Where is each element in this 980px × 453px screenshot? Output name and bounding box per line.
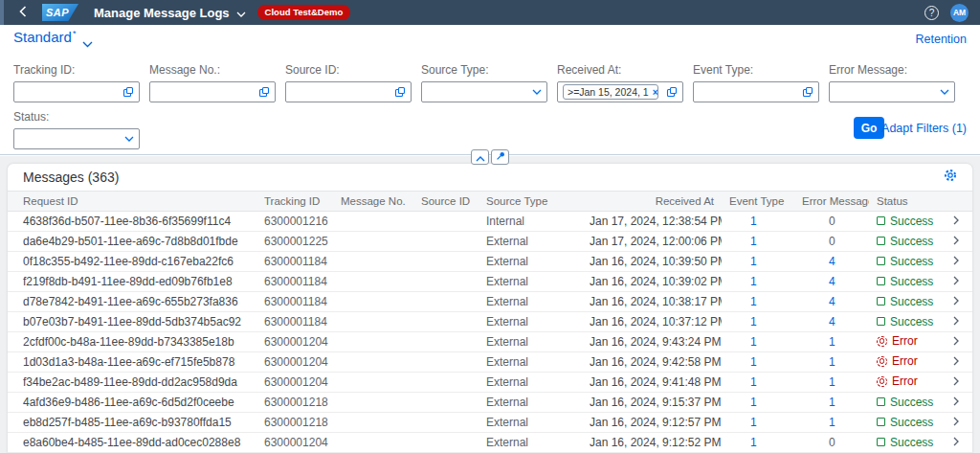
status-text: Success — [890, 215, 933, 228]
filter-input[interactable] — [149, 81, 276, 102]
table-row[interactable]: 2cfdf00c-b48a-11ee-89dd-b7343385e18b6300… — [8, 332, 972, 352]
row-chevron-icon[interactable] — [938, 235, 972, 248]
table-row[interactable]: e8a60be4-b485-11ee-89dd-ad0cec0288e86300… — [8, 433, 972, 453]
table-settings-button[interactable] — [944, 169, 957, 186]
event-type-link[interactable]: 1 — [750, 416, 757, 429]
column-header-request_id[interactable]: Request ID — [8, 195, 264, 207]
filter-input[interactable] — [13, 81, 140, 102]
error-message-link[interactable]: 4 — [829, 275, 835, 288]
value-help-icon[interactable] — [122, 86, 134, 98]
event-type-link[interactable]: 1 — [750, 375, 757, 389]
filter-input[interactable]: >=Jan 15, 2024, 1× — [557, 81, 683, 102]
row-chevron-icon[interactable] — [938, 215, 972, 228]
go-button[interactable]: Go — [854, 117, 884, 139]
adapt-filters-link[interactable]: Adapt Filters (1) — [881, 122, 967, 135]
filter-input[interactable] — [285, 81, 412, 102]
column-header-tracking_id[interactable]: Tracking ID — [264, 195, 341, 207]
column-header-source_id[interactable]: Source ID — [421, 195, 486, 207]
token-remove-icon[interactable]: × — [653, 87, 658, 98]
error-message-link[interactable]: 1 — [829, 375, 835, 389]
cell-status: Error — [869, 374, 938, 390]
row-chevron-icon[interactable] — [938, 315, 972, 328]
event-type-link[interactable]: 1 — [750, 255, 757, 268]
row-chevron-icon[interactable] — [938, 436, 972, 449]
filter-field: Received At: >=Jan 15, 2024, 1× — [557, 61, 683, 102]
filter-label: Event Type: — [693, 63, 819, 79]
cell-received_at: Jan 16, 2024, 9:42:58 PM — [590, 355, 722, 369]
value-help-icon[interactable] — [802, 86, 813, 98]
column-header-status[interactable]: Status — [869, 195, 938, 207]
error-message-link[interactable]: 4 — [829, 315, 835, 328]
column-header-source_type[interactable]: Source Type — [486, 195, 590, 207]
event-type-link[interactable]: 1 — [750, 355, 757, 369]
cell-event_type: 1 — [722, 295, 794, 308]
table-row[interactable]: f34be2ac-b489-11ee-89dd-dd2ac958d9da6300… — [8, 373, 972, 393]
variant-selector[interactable]: Standard* — [13, 29, 93, 51]
back-button[interactable] — [19, 4, 27, 21]
column-header-message_no[interactable]: Message No. — [341, 195, 421, 207]
filter-input[interactable] — [421, 81, 547, 102]
event-type-link[interactable]: 1 — [750, 335, 757, 349]
column-header-event_type[interactable]: Event Type — [722, 195, 794, 207]
value-help-icon[interactable] — [258, 86, 270, 98]
pin-filter-button[interactable] — [491, 149, 509, 165]
row-chevron-icon[interactable] — [938, 295, 972, 308]
cell-tracking_id: 6300001184 — [264, 295, 341, 308]
event-type-link[interactable]: 1 — [750, 295, 757, 308]
filter-token[interactable]: >=Jan 15, 2024, 1× — [563, 84, 658, 100]
error-message-link[interactable]: 1 — [829, 355, 835, 369]
error-message-link[interactable]: 1 — [829, 416, 835, 429]
cell-status: Success — [869, 396, 938, 410]
error-message-link[interactable]: 1 — [829, 396, 835, 409]
filter-field-status: Status: — [13, 108, 140, 149]
table-row[interactable]: 0f18c355-b492-11ee-89dd-c167eba22fc66300… — [8, 252, 972, 272]
collapse-filter-button[interactable] — [471, 149, 489, 165]
cell-event_type: 1 — [722, 416, 794, 429]
cell-source_type: External — [486, 335, 590, 349]
retention-link[interactable]: Retention — [915, 33, 967, 46]
table-row[interactable]: 1d03d1a3-b48a-11ee-a69c-ef715fe5b8786300… — [8, 352, 972, 373]
filter-input[interactable] — [829, 81, 955, 102]
row-chevron-icon[interactable] — [938, 355, 972, 369]
table-row[interactable]: eb8d257f-b485-11ee-a69c-b93780ffda156300… — [8, 413, 972, 433]
filter-field: Message No.: — [149, 61, 276, 102]
event-type-link[interactable]: 1 — [750, 315, 757, 328]
column-header-received_at[interactable]: Received At — [590, 195, 722, 207]
app-title: Manage Message Logs — [94, 6, 230, 20]
value-help-icon[interactable] — [666, 86, 678, 98]
table-row[interactable]: f219f8db-b491-11ee-89dd-ed09b76fb1e86300… — [8, 272, 972, 292]
error-message-link[interactable]: 4 — [829, 295, 835, 308]
value-help-icon[interactable] — [394, 86, 406, 98]
error-message-link[interactable]: 4 — [829, 255, 835, 268]
filter-input[interactable] — [693, 81, 819, 102]
row-chevron-icon[interactable] — [938, 375, 972, 389]
event-type-link[interactable]: 1 — [750, 235, 757, 248]
cell-tracking_id: 6300001204 — [264, 436, 341, 449]
status-badge: Success — [877, 315, 933, 328]
cell-error_message: 4 — [794, 255, 869, 268]
row-chevron-icon[interactable] — [938, 275, 972, 288]
back-chevron-icon — [19, 4, 27, 21]
row-chevron-icon[interactable] — [938, 335, 972, 349]
cell-event_type: 1 — [722, 355, 794, 369]
row-chevron-icon[interactable] — [938, 416, 972, 429]
table-row[interactable]: 4afd36e9-b486-11ee-a69c-6d5d2f0ceebe6300… — [8, 393, 972, 413]
column-header-error_message[interactable]: Error Message — [794, 195, 869, 207]
chevron-down-icon — [124, 136, 134, 143]
error-message-link[interactable]: 1 — [829, 335, 835, 349]
cell-event_type: 1 — [722, 396, 794, 409]
table-row[interactable]: b07e03b7-b491-11ee-89dd-5db374b5ac926300… — [8, 312, 972, 332]
event-type-link[interactable]: 1 — [750, 275, 757, 288]
help-icon[interactable]: ? — [924, 6, 939, 20]
row-chevron-icon[interactable] — [938, 255, 972, 268]
table-row[interactable]: da6e4b29-b501-11ee-a69c-7d8b8d01fbde6300… — [8, 232, 972, 252]
event-type-link[interactable]: 1 — [750, 215, 757, 228]
table-row[interactable]: 4638f36d-b507-11ee-8b36-6f35699f11c46300… — [8, 212, 972, 232]
event-type-link[interactable]: 1 — [750, 396, 757, 409]
row-chevron-icon[interactable] — [938, 396, 972, 409]
event-type-link[interactable]: 1 — [750, 436, 757, 449]
status-select[interactable] — [13, 128, 140, 149]
avatar[interactable]: AM — [950, 4, 969, 22]
app-title-menu[interactable]: Manage Message Logs — [94, 6, 246, 20]
table-row[interactable]: d78e7842-b491-11ee-a69c-655b273fa8366300… — [8, 292, 972, 312]
